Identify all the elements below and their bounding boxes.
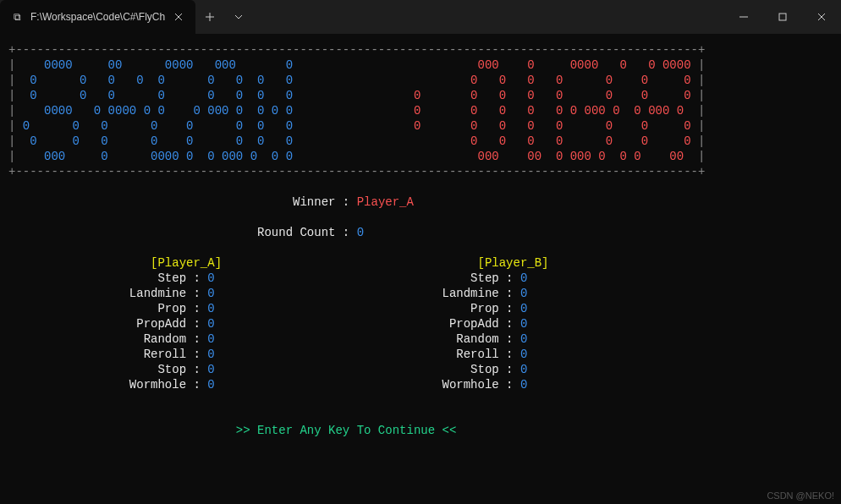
minimize-button[interactable] [724,0,763,34]
close-window-button[interactable] [802,0,841,34]
svg-rect-5 [779,14,786,20]
titlebar: ⧉ F:\Workspace\Code\C#\FlyCh [0,0,841,34]
active-tab[interactable]: ⧉ F:\Workspace\Code\C#\FlyCh [0,0,195,34]
maximize-button[interactable] [763,0,802,34]
watermark: CSDN @NEKO! [767,490,834,501]
terminal-icon: ⧉ [10,10,24,24]
tab-close-button[interactable] [172,10,185,24]
tab-title: F:\Workspace\Code\C#\FlyCh [30,11,165,23]
terminal-output[interactable]: +---------------------------------------… [0,34,841,438]
tab-dropdown-button[interactable] [224,0,253,34]
new-tab-button[interactable] [195,0,224,34]
